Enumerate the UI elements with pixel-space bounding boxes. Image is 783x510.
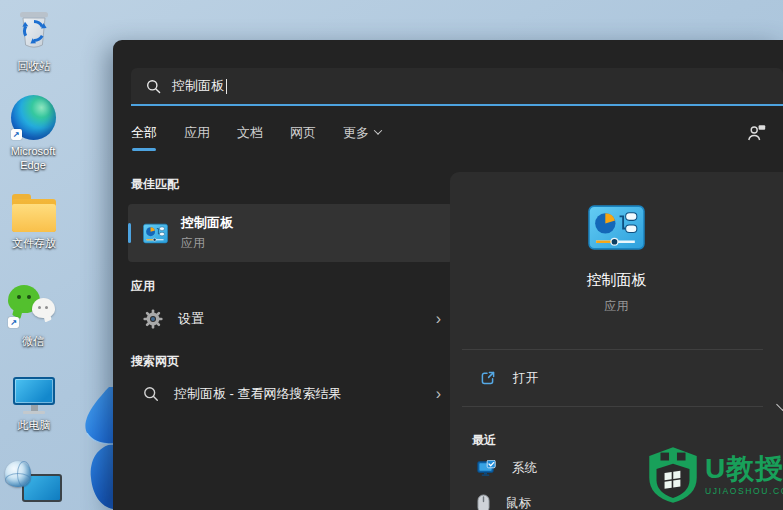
best-match-title: 控制面板 — [181, 214, 233, 232]
section-header-best-match: 最佳匹配 — [131, 176, 450, 193]
search-input[interactable]: 控制面板 — [131, 68, 783, 106]
system-monitor-icon — [477, 460, 496, 477]
section-header-apps: 应用 — [131, 278, 450, 295]
mouse-icon — [477, 494, 490, 510]
settings-gear-icon — [143, 309, 163, 329]
wallpaper-bloom — [78, 383, 113, 510]
open-external-icon — [480, 370, 496, 386]
tab-all[interactable]: 全部 — [131, 124, 157, 151]
desktop-icon-label: Microsoft Edge — [0, 145, 66, 173]
search-query-text: 控制面板 — [172, 77, 224, 95]
chevron-right-icon — [436, 311, 441, 327]
desktop-icon-label: 文件存放 — [12, 237, 56, 251]
chevron-down-icon — [374, 126, 382, 134]
preview-subtitle: 应用 — [450, 298, 783, 315]
control-panel-icon-large — [588, 205, 645, 250]
search-filter-tabs: 全部 应用 文档 网页 更多 — [131, 123, 767, 152]
shortcut-arrow-icon — [8, 317, 19, 328]
watermark: U教授 UJIAOSHOU.COM — [646, 446, 783, 504]
best-match-subtitle: 应用 — [181, 235, 233, 252]
user-account-icon — [747, 123, 767, 142]
search-icon — [143, 386, 159, 402]
desktop-icon-edge[interactable]: Microsoft Edge — [0, 95, 66, 173]
desktop-icon-network[interactable] — [0, 461, 66, 509]
folder-icon — [12, 194, 56, 232]
selection-accent-bar — [128, 223, 131, 243]
this-pc-icon — [13, 377, 55, 414]
desktop-icon-label: 此电脑 — [18, 419, 51, 433]
tab-apps[interactable]: 应用 — [184, 124, 210, 151]
watermark-subtitle: UJIAOSHOU.COM — [705, 486, 783, 496]
desktop-icon-wechat[interactable]: 微信 — [0, 285, 66, 349]
recycle-bin-icon — [13, 5, 55, 55]
watermark-title: U教授 — [705, 455, 783, 483]
recent-item-label: 鼠标 — [506, 495, 531, 510]
network-icon — [5, 461, 61, 509]
wechat-icon — [8, 285, 58, 330]
open-label: 打开 — [513, 370, 538, 387]
chevron-right-icon — [436, 386, 441, 402]
open-action[interactable]: 打开 — [450, 350, 783, 406]
tab-more[interactable]: 更多 — [343, 124, 381, 151]
desktop-icon-label: 回收站 — [18, 60, 51, 74]
desktop-icon-label: 微信 — [22, 335, 44, 349]
result-web-search[interactable]: 控制面板 - 查看网络搜索结果 — [128, 375, 453, 412]
watermark-shield-icon — [646, 446, 700, 504]
result-title: 设置 — [178, 310, 204, 328]
shortcut-arrow-icon — [11, 129, 22, 140]
search-icon — [146, 79, 161, 94]
preview-title: 控制面板 — [450, 271, 783, 290]
desktop-icon-folder[interactable]: 文件存放 — [1, 194, 67, 251]
desktop-icon-recycle-bin[interactable]: 回收站 — [1, 5, 67, 74]
user-account-button[interactable] — [747, 123, 767, 146]
text-caret — [226, 79, 227, 94]
search-flyout-window: 控制面板 全部 应用 文档 网页 更多 最佳匹配 — [113, 40, 783, 510]
control-panel-icon — [143, 223, 168, 244]
divider — [462, 406, 763, 407]
tab-web[interactable]: 网页 — [290, 124, 316, 151]
section-header-search-web: 搜索网页 — [131, 353, 450, 370]
result-best-match-control-panel[interactable]: 控制面板 应用 — [128, 204, 453, 262]
tab-documents[interactable]: 文档 — [237, 124, 263, 151]
recent-item-label: 系统 — [512, 460, 537, 477]
desktop-icon-this-pc[interactable]: 此电脑 — [1, 377, 67, 433]
result-settings[interactable]: 设置 — [128, 300, 453, 337]
result-title: 控制面板 - 查看网络搜索结果 — [174, 385, 342, 403]
edge-icon — [11, 95, 56, 140]
